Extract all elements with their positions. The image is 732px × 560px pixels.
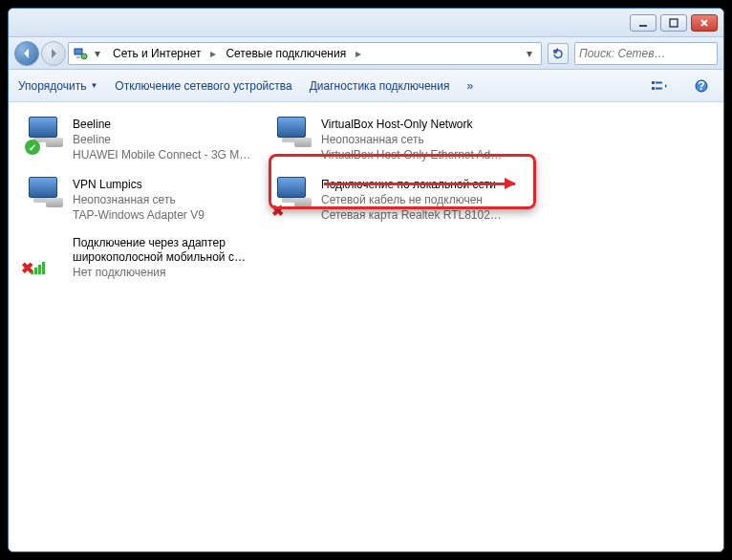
status-error-icon: ✖	[271, 202, 284, 220]
disable-device-button[interactable]: Отключение сетевого устройства	[115, 79, 291, 93]
svg-rect-8	[652, 87, 655, 90]
organize-label: Упорядочить	[18, 79, 86, 93]
connection-name: Подключение через адаптер широкополосной…	[73, 236, 260, 265]
view-options-button[interactable]	[647, 75, 672, 97]
svg-rect-6	[652, 81, 655, 84]
content-area: ✓ Beeline Beeline HUAWEI Mobile Connect …	[9, 102, 723, 551]
svg-rect-1	[670, 19, 678, 27]
explorer-window: ▾ Сеть и Интернет ▸ Сетевые подключения …	[8, 8, 724, 552]
organize-menu[interactable]: Упорядочить ▼	[18, 79, 97, 93]
connection-item[interactable]: ✓ Beeline Beeline HUAWEI Mobile Connect …	[18, 112, 267, 168]
adapter-icon	[25, 177, 65, 217]
svg-rect-7	[656, 81, 662, 83]
connection-name: VirtualBox Host-Only Network	[321, 117, 502, 132]
svg-rect-3	[76, 56, 80, 58]
more-label: »	[466, 79, 473, 93]
connection-name: Подключение по локальной сети	[321, 177, 508, 192]
help-button[interactable]: ?	[689, 75, 714, 97]
connection-status: Неопознанная сеть	[321, 132, 502, 147]
connection-device: VirtualBox Host-Only Ethernet Ad…	[321, 147, 502, 162]
status-ok-icon: ✓	[25, 140, 40, 155]
minimize-button[interactable]	[630, 14, 657, 32]
adapter-icon: ✖	[25, 236, 65, 276]
connection-item[interactable]: ✖ Подключение через адаптер широкополосн…	[18, 231, 267, 285]
breadcrumb-item[interactable]: Сеть и Интернет	[107, 45, 206, 62]
titlebar	[9, 9, 723, 37]
overflow-menu[interactable]: »	[466, 79, 473, 93]
close-button[interactable]	[691, 14, 718, 32]
connection-status: Сетевой кабель не подключен	[321, 192, 508, 207]
refresh-button[interactable]	[548, 43, 569, 64]
connection-status: Неопознанная сеть	[73, 192, 205, 207]
svg-text:?: ?	[698, 79, 704, 93]
chevron-right-icon: ▸	[208, 47, 218, 60]
diagnose-label: Диагностика подключения	[310, 79, 450, 93]
connection-item[interactable]: VirtualBox Host-Only Network Неопознанна…	[267, 112, 515, 168]
history-dropdown[interactable]: ▾	[90, 47, 105, 60]
adapter-icon: ✖	[273, 177, 313, 217]
connection-name: VPN Lumpics	[73, 177, 205, 192]
status-error-icon: ✖	[21, 259, 33, 277]
connection-device: Сетевая карта Realtek RTL8102E/…	[321, 207, 508, 223]
connection-item-lan[interactable]: ✖ Подключение по локальной сети Сетевой …	[267, 172, 515, 228]
back-button[interactable]	[14, 41, 39, 66]
chevron-right-icon: ▸	[354, 47, 363, 60]
breadcrumb-bar[interactable]: ▾ Сеть и Интернет ▸ Сетевые подключения …	[68, 42, 542, 65]
adapter-icon	[273, 117, 313, 157]
svg-rect-2	[75, 49, 82, 54]
connection-status: Beeline	[73, 132, 250, 147]
svg-rect-0	[639, 25, 647, 27]
search-box[interactable]	[574, 42, 718, 65]
disable-label: Отключение сетевого устройства	[115, 79, 291, 93]
connection-status: Нет подключения	[73, 265, 260, 280]
svg-point-4	[81, 54, 87, 59]
breadcrumb-item[interactable]: Сетевые подключения	[220, 45, 352, 62]
adapter-icon: ✓	[25, 117, 65, 157]
chevron-down-icon: ▼	[90, 81, 97, 90]
diagnose-button[interactable]: Диагностика подключения	[310, 79, 450, 93]
network-icon	[73, 46, 88, 61]
connection-device: HUAWEI Mobile Connect - 3G M…	[73, 147, 250, 162]
path-dropdown[interactable]: ▾	[522, 47, 537, 60]
connection-item[interactable]: VPN Lumpics Неопознанная сеть TAP-Window…	[18, 172, 267, 228]
maximize-button[interactable]	[660, 14, 687, 32]
search-input[interactable]	[579, 47, 723, 60]
svg-rect-9	[656, 87, 662, 89]
connection-name: Beeline	[73, 117, 250, 132]
toolbar: Упорядочить ▼ Отключение сетевого устрой…	[9, 70, 723, 102]
connection-device: TAP-Windows Adapter V9	[73, 207, 205, 223]
address-bar: ▾ Сеть и Интернет ▸ Сетевые подключения …	[9, 37, 723, 70]
forward-button[interactable]	[41, 41, 66, 66]
